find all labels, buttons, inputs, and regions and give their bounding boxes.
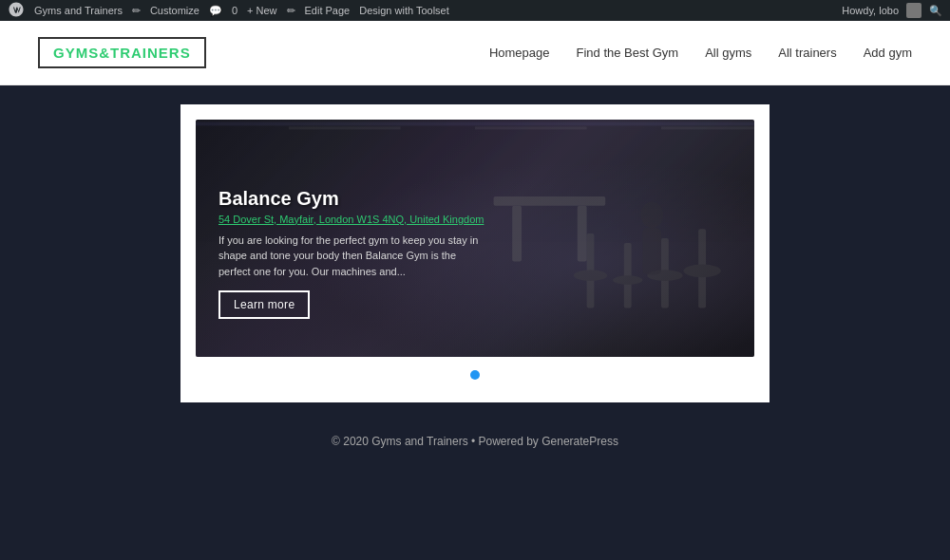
design-toolset-link[interactable]: Design with Toolset xyxy=(359,5,449,16)
main-nav: Homepage Find the Best Gym All gyms All … xyxy=(489,46,912,60)
search-icon[interactable]: 🔍 xyxy=(929,5,942,17)
svg-rect-8 xyxy=(494,196,606,206)
svg-point-4 xyxy=(574,270,607,281)
nav-homepage[interactable]: Homepage xyxy=(489,46,550,60)
edit-page-link[interactable]: Edit Page xyxy=(305,5,351,16)
svg-rect-10 xyxy=(578,206,587,262)
svg-rect-9 xyxy=(512,206,522,262)
admin-bar: Gyms and Trainers ✏ Customize 💬 0 + New … xyxy=(0,0,950,21)
svg-point-5 xyxy=(613,275,642,285)
new-link[interactable]: + New xyxy=(247,5,277,16)
nav-find-best-gym[interactable]: Find the Best Gym xyxy=(576,46,678,60)
footer-text: © 2020 Gyms and Trainers • Powered by Ge… xyxy=(332,435,618,448)
svg-point-7 xyxy=(684,264,721,277)
nav-all-trainers[interactable]: All trainers xyxy=(778,46,836,60)
slider-dot-1[interactable] xyxy=(470,370,480,380)
howdy-text: Howdy, lobo xyxy=(842,5,899,16)
svg-rect-16 xyxy=(661,126,754,129)
svg-rect-13 xyxy=(196,122,754,126)
nav-all-gyms[interactable]: All gyms xyxy=(705,46,751,60)
logo-text-2: TRAINERS xyxy=(110,45,191,61)
main-content: Balance Gym 54 Dover St, Mayfair, London… xyxy=(0,85,950,421)
admin-site-name[interactable]: Gyms and Trainers xyxy=(34,5,123,16)
gym-description: If you are looking for the perfect gym t… xyxy=(218,233,484,280)
comments-link[interactable]: 0 xyxy=(232,5,238,16)
comments-icon[interactable]: 💬 xyxy=(209,5,222,17)
nav-add-gym[interactable]: Add gym xyxy=(864,46,912,60)
edit-icon: ✏ xyxy=(287,5,295,17)
svg-rect-15 xyxy=(475,126,587,129)
gym-name: Balance Gym xyxy=(218,188,484,210)
svg-rect-12 xyxy=(642,228,661,274)
wordpress-logo-icon[interactable] xyxy=(8,1,25,20)
svg-rect-14 xyxy=(289,126,401,129)
customize-link[interactable]: Customize xyxy=(150,5,200,16)
admin-bar-divider: ✏ xyxy=(132,5,141,17)
learn-more-button[interactable]: Learn more xyxy=(218,290,310,319)
site-footer: © 2020 Gyms and Trainers • Powered by Ge… xyxy=(0,421,950,461)
gym-address[interactable]: 54 Dover St, Mayfair, London W1S 4NQ, Un… xyxy=(218,214,484,225)
svg-point-11 xyxy=(640,202,663,228)
slider-dots xyxy=(196,357,754,387)
page-card: Balance Gym 54 Dover St, Mayfair, London… xyxy=(180,104,770,402)
hero-content: Balance Gym 54 Dover St, Mayfair, London… xyxy=(218,188,484,320)
hero-slider: Balance Gym 54 Dover St, Mayfair, London… xyxy=(196,120,754,357)
site-header: GYMS&TRAINERS Homepage Find the Best Gym… xyxy=(0,21,950,85)
avatar[interactable] xyxy=(906,3,922,18)
logo-text-1: GYMS xyxy=(53,45,99,61)
site-logo[interactable]: GYMS&TRAINERS xyxy=(38,37,206,68)
logo-ampersand: & xyxy=(99,45,110,61)
